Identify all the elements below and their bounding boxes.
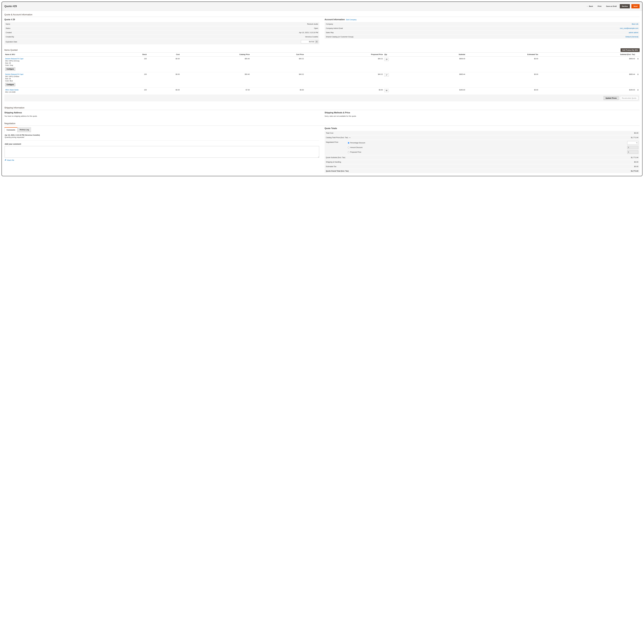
decline-button[interactable]: Decline xyxy=(620,4,630,8)
sales-rep-link[interactable]: admin admin xyxy=(629,32,638,33)
shipping-address-msg: You have no shipping address for this qu… xyxy=(4,115,319,117)
catalog-price-cell: $7.00 xyxy=(180,88,251,95)
col-proposed-price: Proposed Price xyxy=(305,53,384,57)
trash-icon[interactable] xyxy=(637,58,639,60)
company-row: CompanyBest Life xyxy=(325,22,640,26)
paperclip-icon xyxy=(5,159,6,161)
comment-body: Quantity pricing requested xyxy=(5,136,319,138)
product-size: Size: 28 xyxy=(5,62,112,64)
currency-symbol: $ xyxy=(628,151,629,153)
label: Expiration Date xyxy=(4,39,146,45)
negotiated-price-block: Negotiated Price Percentage Discount % A… xyxy=(325,140,640,155)
account-heading: Account Information Edit Company xyxy=(325,18,640,21)
attach-file-link[interactable]: Attach file xyxy=(5,159,14,161)
product-link[interactable]: Deirdre Relaxed-Fit Capri xyxy=(5,58,112,60)
shipping-address-heading: Shipping Address xyxy=(4,112,319,114)
percent-symbol: % xyxy=(636,142,638,144)
proposed-price-radio[interactable] xyxy=(348,151,349,153)
expiration-date-input[interactable] xyxy=(301,40,315,43)
configure-button[interactable]: Configure xyxy=(5,83,15,86)
value: $0.00 xyxy=(634,132,638,134)
col-cart-price: Cart Price xyxy=(250,53,304,57)
trash-icon[interactable] xyxy=(637,89,639,91)
subtotal-excl-cell: $685.44 xyxy=(539,72,636,88)
percentage-discount-radio[interactable] xyxy=(348,142,349,144)
percentage-discount-label: Percentage Discount xyxy=(350,142,626,144)
sales-rep-row: Sales Repadmin admin xyxy=(325,30,640,35)
stock-cell: 100 xyxy=(112,57,147,72)
value: $0.00 xyxy=(634,161,638,163)
estimated-tax-row: Estimated Tax $0.00 xyxy=(325,164,640,169)
col-subtotal: Subtotal xyxy=(419,53,466,57)
catalog-link[interactable]: Default (General) xyxy=(625,36,638,38)
grand-total-row: Quote Grand Total (Incl. Tax) $1,771.84 xyxy=(325,169,640,173)
page-title: Quote #29 xyxy=(4,5,585,8)
cost-cell: $0.00 xyxy=(147,57,180,72)
product-color: Color: Gray xyxy=(5,64,112,66)
print-button[interactable]: Print xyxy=(596,4,603,8)
svg-rect-0 xyxy=(316,41,317,42)
send-button[interactable]: Send xyxy=(631,4,640,8)
proposed-price-label: Proposed Price xyxy=(350,151,626,153)
table-row: Deirdre Relaxed-Fit CapriSKU: WP12-29-Bl… xyxy=(4,72,640,88)
product-color: Color: Blue xyxy=(5,80,112,82)
product-sku: SKU: WP12-29-Blue xyxy=(5,76,112,77)
tab-comments[interactable]: Comments xyxy=(4,127,17,132)
recalculate-quote-button[interactable]: Recalculate Quote xyxy=(620,96,638,100)
catalog-price-cell: $50.40 xyxy=(180,72,251,88)
back-button[interactable]: ←Back xyxy=(585,4,595,8)
admin-email-link[interactable]: roni_cost@example.com xyxy=(620,27,638,29)
configure-button[interactable]: Configure xyxy=(5,67,15,71)
value: Apr 10, 2023, 3:13:10 PM xyxy=(146,30,319,35)
quote-created-by-row: Created ByVeronica Costello xyxy=(4,35,319,39)
negotiation-tabs: Comments History Log xyxy=(4,127,319,132)
value: $1,771.84 xyxy=(631,137,638,138)
tab-history-log[interactable]: History Log xyxy=(17,127,31,132)
quote-info-table: NameRestock studio StatusOpen CreatedApr… xyxy=(4,22,319,45)
tab-content: Apr 10, 2023, 3:13:10 PM (Veronica Coste… xyxy=(4,132,319,163)
subtotal-excl-cell: $280.00 xyxy=(539,88,636,95)
trash-icon[interactable] xyxy=(637,74,639,76)
add-product-by-sku-button[interactable]: Add Product By SKU xyxy=(621,48,640,52)
chevron-down-icon[interactable]: ▼ xyxy=(349,137,350,138)
table-row: Deirdre Relaxed-Fit CapriSKU: WP12-28-Gr… xyxy=(4,57,640,72)
label: Shipping & Handling xyxy=(326,161,341,163)
qty-input[interactable] xyxy=(384,89,389,92)
table-row: Affirm Water BottleSKU: 24-UG06 100 $0.0… xyxy=(4,88,640,95)
amount-discount-radio[interactable] xyxy=(348,147,349,148)
header-bar: Quote #29 ←Back Print Save as Draft Decl… xyxy=(2,2,642,11)
edit-company-link[interactable]: Edit Company xyxy=(346,19,357,21)
subtotal-excl-cell: $806.40 xyxy=(539,57,636,72)
shipping-methods-msg: Sorry, rates are not available for this … xyxy=(325,115,640,117)
label: Quote Subtotal (Excl. Tax) xyxy=(326,156,345,158)
qty-input[interactable] xyxy=(384,73,389,77)
product-link[interactable]: Affirm Water Bottle xyxy=(5,89,112,91)
value: Veronica Costello xyxy=(146,35,319,39)
comment-header: Apr 10, 2023, 3:13:10 PM (Veronica Coste… xyxy=(5,134,319,136)
comment-textarea[interactable] xyxy=(5,146,319,158)
product-size: Size: 29 xyxy=(5,78,112,80)
proposed-price-cell: $5.60 xyxy=(305,88,384,95)
company-link[interactable]: Best Life xyxy=(632,23,638,25)
quote-expiration-row: Expiration Date xyxy=(4,39,319,45)
label: Shared Catalog (or Customer Group) xyxy=(325,35,466,39)
save-draft-button[interactable]: Save as Draft xyxy=(605,4,618,8)
cost-cell: $0.00 xyxy=(147,88,180,95)
proposed-price-cell: $40.32 xyxy=(305,57,384,72)
product-link[interactable]: Deirdre Relaxed-Fit Capri xyxy=(5,73,112,75)
label: Quote Grand Total (Incl. Tax) xyxy=(326,170,349,172)
col-cost: Cost xyxy=(147,53,180,57)
shipping-handling-row: Shipping & Handling $0.00 xyxy=(325,160,640,164)
calendar-icon[interactable] xyxy=(315,40,318,43)
est-tax-cell: $0.00 xyxy=(466,72,539,88)
label: Estimated Tax xyxy=(326,166,336,167)
proposed-price-option: Proposed Price $ xyxy=(348,150,638,154)
est-tax-cell: $0.00 xyxy=(466,88,539,95)
value: $1,771.84 xyxy=(631,170,638,172)
col-name: Name & SKU xyxy=(4,53,112,57)
col-est-tax: Estimated Tax xyxy=(466,53,539,57)
qty-input[interactable] xyxy=(384,58,389,61)
stock-cell: 100 xyxy=(112,72,147,88)
product-sku: SKU: 24-UG06 xyxy=(5,91,112,93)
update-prices-button[interactable]: Update Prices xyxy=(604,96,619,100)
